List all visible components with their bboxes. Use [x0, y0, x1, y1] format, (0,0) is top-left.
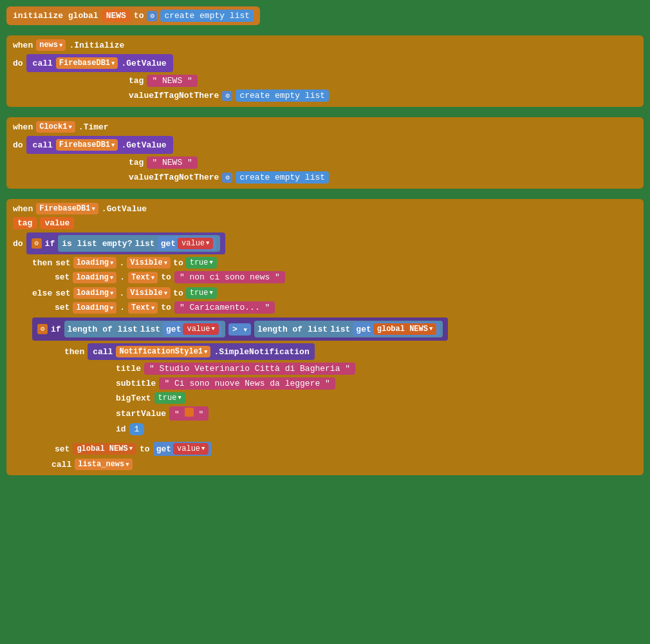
lista-news-component[interactable]: lista_news — [75, 459, 132, 470]
tag-param[interactable]: tag — [13, 217, 37, 229]
value-dropdown-final[interactable]: value ▼ — [173, 443, 209, 455]
firebase-got-component[interactable]: FirebaseDB1 — [36, 203, 98, 214]
firebase-component-2[interactable]: FirebaseDB1 — [56, 139, 118, 151]
startvalue-row: startValue " " — [116, 406, 637, 421]
call-firebase-getvalue-2[interactable]: call FirebaseDB1 .GetValue — [26, 136, 173, 154]
when-clock-label: when — [13, 122, 33, 132]
create-empty-list-1[interactable]: create empty list — [236, 90, 329, 102]
get-val2-label: get — [156, 444, 171, 454]
loading-dd-4[interactable]: loading — [73, 302, 116, 314]
loading-dd-1[interactable]: loading — [73, 257, 117, 269]
create-empty-list[interactable]: create empty list — [160, 10, 254, 22]
length-list-block-2[interactable]: length of list list get global NEWS ▼ — [254, 321, 443, 337]
create-empty-list-2[interactable]: create empty list — [236, 171, 329, 184]
init-global-block: initialize global NEWS to ⚙ create empty… — [6, 6, 644, 25]
gt-operator[interactable]: > ▼ — [228, 323, 251, 336]
orange-square — [185, 408, 194, 417]
gear-icon-if: ⚙ — [32, 238, 42, 249]
true-block-2[interactable]: true ▼ — [186, 287, 217, 299]
value-dropdown-2[interactable]: value ▼ — [183, 323, 218, 335]
tag-label-2: tag — [129, 158, 144, 167]
call-label-clock: call — [33, 140, 53, 150]
notification-params: title " Studio Veterinario Città di Bagh… — [116, 363, 637, 435]
notif-component[interactable]: NotificationStyle1 — [116, 346, 210, 357]
title-label: title — [116, 364, 141, 374]
simple-notif-label: .SimpleNotification — [214, 347, 309, 357]
inner-if-block: ⚙ if length of list list get value ▼ — [32, 317, 637, 435]
global-news-block[interactable]: global NEWS ▼ — [373, 323, 437, 335]
clock-component[interactable]: Clock1 — [36, 121, 75, 133]
loading-dd-3[interactable]: loading — [73, 287, 117, 299]
clock-arrow — [68, 122, 71, 131]
set-label-4: set — [55, 303, 70, 312]
true-block-1[interactable]: true ▼ — [186, 257, 217, 269]
call-lista-news-row: call lista_news — [51, 459, 637, 470]
list-label-1: list — [135, 239, 154, 249]
tag-row-1: tag " NEWS " valueIfTagNotThere ⚙ create… — [129, 75, 637, 102]
get-global-news-block[interactable]: get global NEWS ▼ — [353, 322, 440, 336]
length-list-block-1[interactable]: length of list list get value ▼ — [64, 321, 225, 337]
set-label-2: set — [55, 272, 70, 282]
get-value-block-1[interactable]: get value ▼ — [158, 236, 217, 251]
set-loading-visible-1: set loading . Visible to true — [55, 257, 217, 269]
get-label-3: get — [356, 325, 371, 334]
when-clock-do-row: do call FirebaseDB1 .GetValue — [13, 136, 637, 154]
value-if-label-2: valueIfTagNotThere — [129, 173, 219, 182]
call-label: call — [33, 59, 53, 68]
news-tag-value-2: " NEWS " — [147, 156, 197, 169]
gear-icon-inner-if: ⚙ — [37, 324, 48, 334]
when-clock-header: when Clock1 .Timer — [13, 121, 637, 133]
value-param[interactable]: value — [40, 217, 74, 229]
visible-dd-2[interactable]: Visible — [127, 287, 171, 299]
text-dd-1[interactable]: Text — [128, 272, 158, 283]
visible-dd-1[interactable]: Visible — [127, 257, 171, 269]
get-label-1: get — [161, 239, 176, 249]
id-label: id — [116, 424, 126, 434]
call-firebase-getvalue[interactable]: call FirebaseDB1 .GetValue — [26, 54, 173, 72]
then-block: then set loading . Visible to — [32, 257, 637, 283]
do-section: do ⚙ if is list empty? list get value ▼ — [13, 232, 637, 470]
gear-icon-3: ⚙ — [222, 173, 232, 183]
gear-icon: ⚙ — [147, 11, 157, 21]
news-variable[interactable]: NEWS — [102, 10, 131, 22]
title-value: " Studio Veterinario Città di Bagheria " — [144, 363, 355, 375]
is-list-empty-label: is list empty? — [62, 239, 132, 249]
firebase-arrow — [111, 59, 115, 68]
startvalue-label: startValue — [116, 409, 166, 419]
inner-if-wrapper: ⚙ if length of list list get value ▼ — [32, 317, 448, 341]
set-loading-text-1: then set loading . Text to " non ci sono… — [32, 271, 637, 283]
getvalue-label: .GetValue — [121, 59, 166, 68]
when-firebase-header: when FirebaseDB1 .GotValue — [13, 203, 637, 214]
global-news-set[interactable]: global NEWS ▼ — [73, 443, 136, 455]
caricamento-string: " Caricamento... " — [174, 301, 275, 314]
firebase-component[interactable]: FirebaseDB1 — [56, 57, 118, 69]
component-arrow — [59, 41, 62, 50]
if-label: if — [45, 239, 55, 249]
loading-dd-2[interactable]: loading — [73, 272, 116, 283]
set-label-3: set — [55, 289, 70, 298]
when-firebase-label: when — [13, 204, 33, 214]
get-value-block-2[interactable]: get value ▼ — [163, 322, 222, 336]
title-row: title " Studio Veterinario Città di Bagh… — [116, 363, 637, 375]
to-label: to — [134, 11, 144, 21]
bigtext-row: bigText true ▼ — [116, 392, 637, 404]
to-label-4: to — [161, 303, 171, 312]
call-notification-block[interactable]: call NotificationStyle1 .SimpleNotificat… — [88, 343, 314, 360]
params-row: tag value — [13, 217, 637, 229]
subtitle-label: subtitle — [116, 379, 156, 388]
gotvalue-event: .GotValue — [102, 204, 147, 214]
text-dd-2[interactable]: Text — [128, 302, 158, 314]
bigtext-value[interactable]: true ▼ — [154, 392, 185, 404]
news-component[interactable]: news — [36, 39, 66, 51]
value-dropdown-1[interactable]: value ▼ — [178, 238, 213, 249]
then2-label: then — [64, 347, 84, 357]
list-label-2: list — [140, 325, 160, 334]
initialize-label: initialize global — [13, 11, 98, 21]
get-value-final[interactable]: get value ▼ — [153, 442, 212, 456]
gear-icon-2: ⚙ — [222, 91, 232, 101]
else-block: else set loading . Visible to — [32, 287, 637, 470]
when-firebase-gotvalue-section: when FirebaseDB1 .GotValue tag value do … — [6, 199, 644, 475]
is-list-empty-block[interactable]: is list empty? list get value ▼ — [58, 235, 220, 252]
if2-label: if — [51, 325, 61, 334]
length-list-label-2: length of list — [257, 325, 328, 334]
